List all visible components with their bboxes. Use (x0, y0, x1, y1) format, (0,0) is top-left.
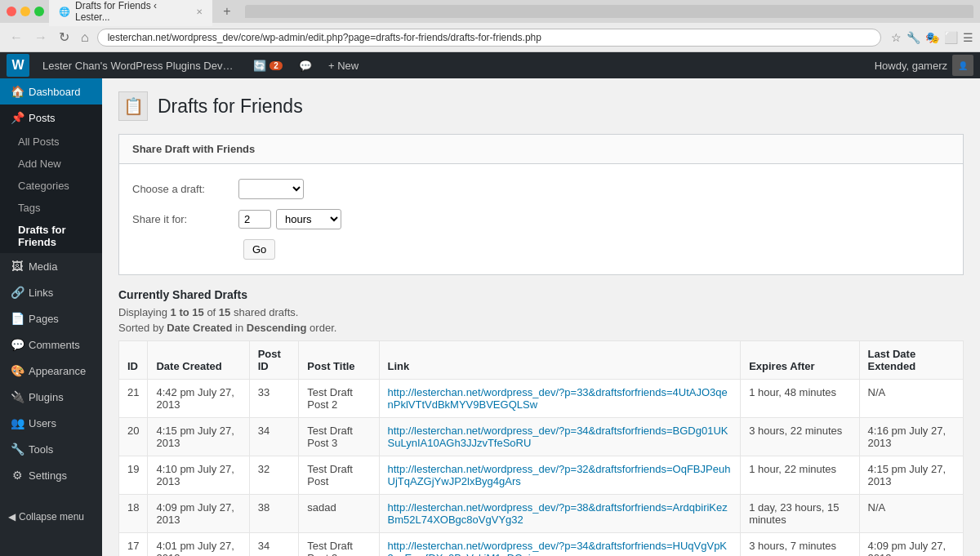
cell-date-created: 4:10 pm July 27, 2013 (148, 456, 249, 495)
table-row: 19 4:10 pm July 27, 2013 32 Test Draft P… (119, 456, 964, 495)
hours-input-group: hours minutes days (238, 209, 341, 229)
forward-button[interactable]: → (31, 29, 51, 47)
table-row: 21 4:42 pm July 27, 2013 33 Test Draft P… (119, 380, 964, 418)
cell-date-created: 4:15 pm July 27, 2013 (148, 418, 249, 456)
sidebar-item-comments[interactable]: 💬 Comments (0, 331, 102, 358)
sidebar-item-drafts-for-friends[interactable]: Drafts for Friends (0, 219, 102, 253)
home-button[interactable]: ⌂ (78, 29, 92, 47)
cell-post-id: 34 (249, 418, 299, 456)
collapse-label: Collapse menu (19, 511, 84, 523)
sidebar-tools-label: Tools (29, 443, 53, 456)
cell-link[interactable]: http://lesterchan.net/wordpress_dev/?p=3… (379, 533, 741, 557)
sorted-text: Sorted by Date Created in Descending ord… (118, 322, 964, 334)
cell-post-id: 34 (249, 533, 299, 557)
back-button[interactable]: ← (7, 29, 26, 47)
table-row: 18 4:09 pm July 27, 2013 38 sadad http:/… (119, 495, 964, 533)
choose-draft-select[interactable] (238, 179, 304, 199)
table-row: 17 4:01 pm July 27, 2013 34 Test Draft P… (119, 533, 964, 557)
pages-icon: 📄 (11, 312, 24, 325)
cell-post-title: sadad (299, 495, 379, 533)
main-layout: 🏠 Dashboard 📌 Posts All Posts Add New Ca… (0, 78, 980, 556)
cell-id: 20 (119, 418, 148, 456)
go-button[interactable]: Go (243, 239, 275, 260)
sidebar-item-pages[interactable]: 📄 Pages (0, 305, 102, 331)
site-name[interactable]: Lester Chan's WordPress Plugins Developm… (33, 60, 245, 72)
sidebar-item-plugins[interactable]: 🔌 Plugins (0, 384, 102, 410)
cell-post-id: 33 (249, 380, 299, 418)
browser-tab[interactable]: 🌐 Drafts for Friends ‹ Lester... ✕ (49, 0, 212, 26)
menu-icon[interactable]: ☰ (963, 31, 973, 44)
appearance-icon: 🎨 (11, 364, 24, 377)
tools-icon: 🔧 (11, 443, 24, 456)
sidebar-item-add-new[interactable]: Add New (0, 153, 102, 175)
bookmark-icon[interactable]: ☆ (891, 31, 902, 44)
sidebar-links-label: Links (29, 287, 53, 299)
user-avatar[interactable]: 👤 (952, 55, 973, 76)
tab-close-icon[interactable]: ✕ (196, 7, 203, 16)
draft-link[interactable]: http://lesterchan.net/wordpress_dev/?p=3… (388, 501, 728, 526)
col-date-created: Date Created (148, 341, 249, 380)
maximize-dot[interactable] (34, 7, 44, 16)
cell-post-title: Test Draft Post 2 (299, 380, 379, 418)
cell-expires-after: 1 day, 23 hours, 15 minutes (741, 495, 859, 533)
cell-link[interactable]: http://lesterchan.net/wordpress_dev/?p=3… (379, 380, 741, 418)
sidebar-item-all-posts[interactable]: All Posts (0, 131, 102, 153)
sidebar-item-tools[interactable]: 🔧 Tools (0, 436, 102, 462)
cell-id: 17 (119, 533, 148, 557)
media-icon: 🖼 (11, 260, 24, 273)
sidebar-item-posts[interactable]: 📌 Posts (0, 105, 102, 131)
posts-icon: 📌 (11, 111, 24, 124)
sidebar-posts-label: Posts (29, 112, 56, 124)
main-content: 📋 Drafts for Friends Share Draft with Fr… (102, 78, 980, 556)
page-header: 📋 Drafts for Friends (118, 91, 964, 121)
col-last-date-extended: Last DateExtended (859, 341, 963, 380)
draft-link[interactable]: http://lesterchan.net/wordpress_dev/?p=3… (388, 425, 728, 449)
page-title: Drafts for Friends (158, 96, 303, 118)
cell-link[interactable]: http://lesterchan.net/wordpress_dev/?p=3… (379, 456, 741, 495)
close-dot[interactable] (7, 7, 16, 16)
wp-logo-icon: W (11, 58, 24, 73)
cell-expires-after: 3 hours, 7 minutes (741, 533, 859, 557)
reload-button[interactable]: ↻ (56, 28, 73, 47)
share-unit-select[interactable]: hours minutes days (276, 209, 341, 229)
share-hours-input[interactable] (238, 210, 271, 229)
cell-last-date-extended: 4:09 pm July 27, 2013 (859, 533, 963, 557)
sidebar-item-appearance[interactable]: 🎨 Appearance (0, 358, 102, 384)
tab-title: Drafts for Friends ‹ Lester... (75, 0, 191, 23)
address-text: lesterchan.net/wordpress_dev/core/wp-adm… (108, 32, 871, 43)
wp-logo[interactable]: W (7, 54, 29, 77)
sidebar-item-media[interactable]: 🖼 Media (0, 253, 102, 279)
cell-link[interactable]: http://lesterchan.net/wordpress_dev/?p=3… (379, 495, 741, 533)
draft-link[interactable]: http://lesterchan.net/wordpress_dev/?p=3… (388, 540, 728, 556)
extension-icon[interactable]: 🔧 (906, 31, 920, 44)
address-bar[interactable]: lesterchan.net/wordpress_dev/core/wp-adm… (97, 29, 881, 47)
howdy-text: Howdy, gamerz (875, 60, 947, 72)
col-post-id: Post ID (249, 341, 299, 380)
new-content-button[interactable]: + New (320, 60, 367, 72)
comments-icon: 💬 (11, 338, 24, 351)
browser-titlebar: 🌐 Drafts for Friends ‹ Lester... ✕ + (0, 0, 980, 23)
draft-link[interactable]: http://lesterchan.net/wordpress_dev/?p=3… (388, 386, 728, 411)
comments-button[interactable]: 💬 (291, 60, 320, 72)
sidebar-item-tags[interactable]: Tags (0, 197, 102, 219)
links-icon: 🔗 (11, 286, 24, 299)
collapse-menu-button[interactable]: ◀ Collapse menu (0, 505, 102, 529)
cell-link[interactable]: http://lesterchan.net/wordpress_dev/?p=3… (379, 418, 741, 456)
mask-icon[interactable]: 🎭 (925, 31, 939, 44)
cell-id: 19 (119, 456, 148, 495)
sidebar-item-settings[interactable]: ⚙ Settings (0, 462, 102, 488)
new-tab-button[interactable]: + (217, 2, 237, 21)
updates-button[interactable]: 🔄 2 (245, 60, 291, 72)
sidebar-item-categories[interactable]: Categories (0, 175, 102, 197)
go-button-row: Go (132, 234, 950, 265)
plugins-icon: 🔌 (11, 390, 24, 403)
sidebar-item-users[interactable]: 👥 Users (0, 410, 102, 436)
sidebar-item-dashboard[interactable]: 🏠 Dashboard (0, 78, 102, 105)
collapse-icon: ◀ (8, 511, 16, 523)
sidebar-item-links[interactable]: 🔗 Links (0, 279, 102, 305)
draft-link[interactable]: http://lesterchan.net/wordpress_dev/?p=3… (388, 463, 731, 487)
cell-post-title: Test Draft Post 3 (299, 533, 379, 557)
window-icon[interactable]: ⬜ (944, 31, 958, 44)
minimize-dot[interactable] (20, 7, 30, 16)
cell-date-created: 4:09 pm July 27, 2013 (148, 495, 249, 533)
